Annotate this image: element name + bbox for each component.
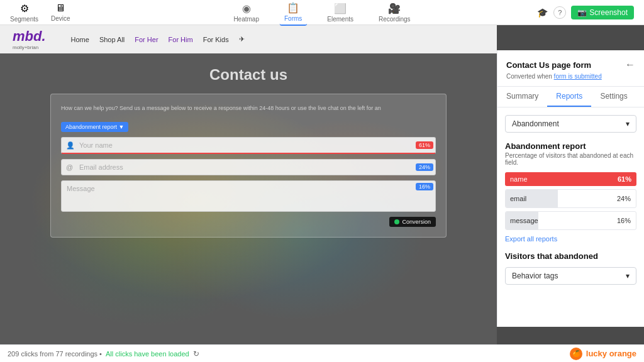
site-nav-kids[interactable]: For Kids	[203, 36, 229, 43]
screenshot-cam-icon: 📷	[577, 8, 587, 17]
contact-form-desc: How can we help you? Send us a message b…	[61, 104, 436, 112]
site-nav-shop[interactable]: Shop All	[99, 36, 125, 43]
graduation-icon[interactable]: 🎓	[536, 6, 548, 19]
contact-section: Contact us How can we help you? Send us …	[0, 53, 497, 250]
abandonment-dropdown-label: Abandonment	[512, 119, 559, 128]
nav-segments[interactable]: ⚙ Segments	[10, 3, 38, 23]
site-nav-him[interactable]: For Him	[169, 36, 193, 43]
abandon-bar-name-pct: 61%	[618, 175, 631, 183]
person-icon: 👤	[66, 141, 75, 150]
visitors-section-title: Visitors that abandoned	[505, 251, 636, 261]
site-logo: mbd. molly+brian	[13, 28, 58, 50]
help-icon[interactable]: ?	[553, 6, 566, 19]
chevron-down-icon: ▾	[626, 119, 630, 128]
abandonment-badge-label: Abandonment report ▼	[65, 124, 124, 130]
name-field-row: 👤 Your name 61%	[61, 137, 436, 154]
tab-summary[interactable]: Summary	[497, 87, 547, 107]
form-submit-area: Conversion	[61, 217, 436, 227]
conversion-dot	[394, 219, 399, 224]
nav-recordings[interactable]: 🎥 Recordings	[374, 0, 416, 25]
device-icon: 🖥	[55, 3, 65, 14]
name-field[interactable]: Your name	[61, 137, 436, 154]
refresh-icon[interactable]: ↻	[193, 349, 199, 358]
website-content: mbd. molly+brian Home Shop All For Her F…	[0, 25, 497, 344]
lo-brand-name: lucky orange	[586, 349, 636, 358]
forms-icon: 📋	[287, 2, 299, 14]
tab-settings[interactable]: Settings	[591, 87, 636, 107]
panel-tabs: Summary Reports Settings	[497, 87, 644, 107]
nav-right: 🎓 ? 📷 Screenshot	[536, 6, 634, 19]
contact-form: How can we help you? Send us a message b…	[50, 94, 447, 238]
abandon-bar-email-row: email 24%	[505, 189, 636, 208]
nav-center: ◉ Heatmap 📋 Forms ⬜ Elements 🎥 Recording…	[228, 0, 415, 26]
screenshot-button[interactable]: 📷 Screenshot	[571, 6, 634, 19]
abandonment-section-subtitle: Percentage of visitors that abandoned at…	[505, 152, 636, 166]
abandonment-section-title: Abandonment report	[505, 141, 636, 151]
website-preview: mbd. molly+brian Home Shop All For Her F…	[0, 25, 644, 344]
email-field[interactable]: Email address	[61, 159, 436, 175]
message-field[interactable]: Message	[61, 180, 436, 212]
message-field-row: Message 16%	[61, 180, 436, 212]
behavior-tags-label: Behavior tags	[512, 272, 558, 280]
tab-reports[interactable]: Reports	[547, 87, 591, 107]
site-nav-her[interactable]: For Her	[135, 36, 158, 43]
recordings-label: Recordings	[379, 16, 411, 23]
abandon-bar-name: name 61%	[505, 172, 636, 186]
nav-elements[interactable]: ⬜ Elements	[322, 0, 358, 25]
device-label: Device	[51, 15, 70, 22]
lo-brand-icon: 🍊	[570, 348, 582, 360]
abandonment-dropdown[interactable]: Abandonment ▾	[505, 115, 636, 133]
site-nav-travel[interactable]: ✈	[239, 35, 245, 43]
abandon-bar-message: message 16%	[505, 211, 636, 230]
name-pct-badge: 61%	[416, 141, 433, 149]
site-nav: mbd. molly+brian Home Shop All For Her F…	[0, 25, 497, 53]
panel-subtitle: Converted when form is submitted	[506, 73, 635, 80]
nav-device[interactable]: 🖥 Device	[51, 3, 70, 22]
heatmap-label: Heatmap	[233, 16, 259, 23]
top-nav: ⚙ Segments 🖥 Device ◉ Heatmap 📋 Forms ⬜ …	[0, 0, 644, 25]
email-icon: @	[66, 163, 73, 171]
site-nav-home[interactable]: Home	[71, 36, 89, 43]
panel-header: Contact Us page form ← Converted when fo…	[497, 50, 644, 87]
message-pct-badge: 16%	[416, 183, 433, 190]
panel-title: Contact Us page form	[506, 60, 591, 70]
nav-forms[interactable]: 📋 Forms	[279, 0, 307, 26]
nav-heatmap[interactable]: ◉ Heatmap	[228, 0, 264, 25]
forms-label: Forms	[284, 15, 302, 22]
abandon-bar-message-row: message 16%	[505, 211, 636, 230]
abandonment-badge[interactable]: Abandonment report ▼	[61, 122, 128, 132]
abandon-bar-email-label: email	[510, 195, 526, 202]
status-bar: 209 clicks from 77 recordings • All clic…	[0, 344, 644, 362]
site-nav-links: Home Shop All For Her For Him For Kids ✈	[71, 35, 245, 43]
abandon-bar-message-label: message	[510, 217, 538, 224]
elements-icon: ⬜	[334, 3, 347, 14]
lucky-orange-logo: 🍊 lucky orange	[570, 348, 636, 360]
abandon-bar-message-pct: 16%	[612, 214, 636, 228]
segments-label: Segments	[10, 16, 38, 23]
loaded-text: All clicks have been loaded	[106, 350, 189, 358]
nav-left: ⚙ Segments 🖥 Device	[10, 3, 70, 23]
elements-label: Elements	[327, 16, 353, 23]
clicks-info: 209 clicks from 77 recordings •	[8, 350, 102, 358]
panel-body: Abandonment ▾ Abandonment report Percent…	[497, 107, 644, 301]
abandon-bar-email-pct: 24%	[612, 192, 636, 206]
panel-title-row: Contact Us page form ←	[506, 59, 635, 70]
right-panel: Contact Us page form ← Converted when fo…	[497, 50, 644, 327]
panel-back-button[interactable]: ←	[625, 59, 635, 70]
abandon-bar-name-label: name	[510, 175, 528, 183]
behavior-tags-dropdown[interactable]: Behavior tags ▾	[505, 267, 636, 285]
segments-icon: ⚙	[20, 3, 29, 14]
contact-title: Contact us	[13, 66, 484, 84]
export-reports-link[interactable]: Export all reports	[505, 235, 636, 243]
heatmap-icon: ◉	[242, 3, 251, 14]
email-field-row: @ Email address 24%	[61, 159, 436, 175]
status-left: 209 clicks from 77 recordings • All clic…	[8, 349, 199, 358]
recordings-icon: 🎥	[388, 3, 401, 14]
conversion-label: Conversion	[402, 219, 431, 225]
abandon-bar-email: email 24%	[505, 189, 636, 208]
form-submitted-link[interactable]: form is submitted	[554, 73, 602, 80]
conversion-tag: Conversion	[389, 217, 436, 227]
behavior-chevron-icon: ▾	[626, 272, 630, 280]
email-pct-badge: 24%	[416, 163, 433, 171]
